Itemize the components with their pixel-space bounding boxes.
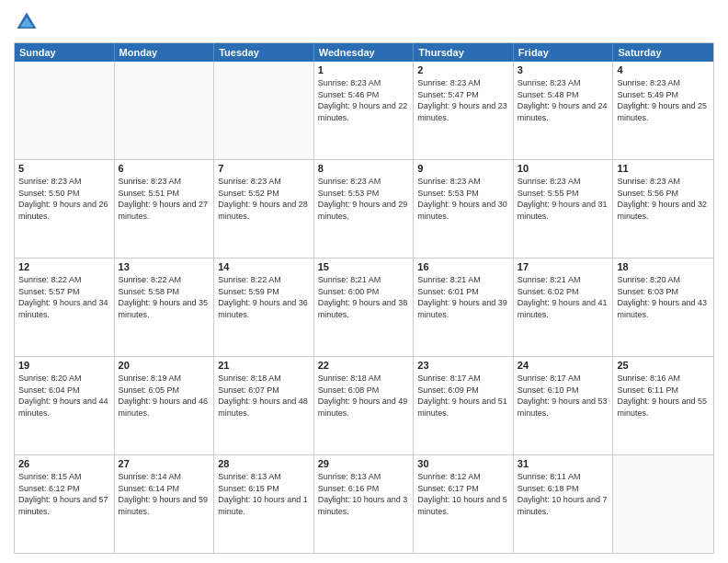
day-number: 26 bbox=[18, 458, 110, 469]
day-number: 11 bbox=[617, 163, 710, 174]
calendar-row-4: 19Sunrise: 8:20 AM Sunset: 6:04 PM Dayli… bbox=[15, 356, 713, 454]
cal-cell: 13Sunrise: 8:22 AM Sunset: 5:58 PM Dayli… bbox=[115, 259, 215, 356]
cell-info: Sunrise: 8:19 AM Sunset: 6:05 PM Dayligh… bbox=[119, 373, 210, 419]
calendar-header-row: SundayMondayTuesdayWednesdayThursdayFrid… bbox=[15, 43, 713, 62]
cell-info: Sunrise: 8:23 AM Sunset: 5:51 PM Dayligh… bbox=[119, 176, 210, 222]
cal-cell: 29Sunrise: 8:13 AM Sunset: 6:16 PM Dayli… bbox=[314, 455, 415, 553]
cell-info: Sunrise: 8:13 AM Sunset: 6:15 PM Dayligh… bbox=[218, 471, 310, 517]
header-cell-monday: Monday bbox=[115, 43, 215, 62]
cell-info: Sunrise: 8:22 AM Sunset: 5:59 PM Dayligh… bbox=[218, 274, 310, 320]
day-number: 28 bbox=[218, 458, 310, 469]
day-number: 2 bbox=[417, 64, 509, 75]
day-number: 6 bbox=[119, 163, 210, 174]
cell-info: Sunrise: 8:23 AM Sunset: 5:53 PM Dayligh… bbox=[417, 176, 509, 222]
cal-cell: 28Sunrise: 8:13 AM Sunset: 6:15 PM Dayli… bbox=[214, 455, 314, 553]
cal-cell bbox=[613, 455, 713, 553]
cell-info: Sunrise: 8:18 AM Sunset: 6:08 PM Dayligh… bbox=[318, 373, 410, 419]
cell-info: Sunrise: 8:23 AM Sunset: 5:55 PM Dayligh… bbox=[518, 176, 609, 222]
calendar-row-1: 1Sunrise: 8:23 AM Sunset: 5:46 PM Daylig… bbox=[15, 62, 713, 159]
cal-cell: 20Sunrise: 8:19 AM Sunset: 6:05 PM Dayli… bbox=[115, 357, 215, 454]
header-cell-friday: Friday bbox=[514, 43, 614, 62]
cal-cell: 22Sunrise: 8:18 AM Sunset: 6:08 PM Dayli… bbox=[314, 357, 415, 454]
day-number: 9 bbox=[417, 163, 509, 174]
cal-cell: 23Sunrise: 8:17 AM Sunset: 6:09 PM Dayli… bbox=[414, 357, 514, 454]
cal-cell: 30Sunrise: 8:12 AM Sunset: 6:17 PM Dayli… bbox=[414, 455, 514, 553]
cal-cell: 5Sunrise: 8:23 AM Sunset: 5:50 PM Daylig… bbox=[15, 160, 115, 258]
day-number: 27 bbox=[119, 458, 210, 469]
cal-cell: 10Sunrise: 8:23 AM Sunset: 5:55 PM Dayli… bbox=[514, 160, 614, 258]
cal-cell: 19Sunrise: 8:20 AM Sunset: 6:04 PM Dayli… bbox=[15, 357, 115, 454]
day-number: 12 bbox=[18, 261, 110, 272]
day-number: 16 bbox=[417, 261, 509, 272]
day-number: 24 bbox=[518, 360, 609, 371]
cal-cell bbox=[214, 62, 314, 159]
day-number: 21 bbox=[218, 360, 310, 371]
logo-icon bbox=[14, 9, 40, 35]
cell-info: Sunrise: 8:21 AM Sunset: 6:01 PM Dayligh… bbox=[417, 274, 509, 320]
cell-info: Sunrise: 8:23 AM Sunset: 5:52 PM Dayligh… bbox=[218, 176, 310, 222]
header bbox=[14, 9, 714, 35]
day-number: 3 bbox=[518, 64, 609, 75]
cell-info: Sunrise: 8:11 AM Sunset: 6:18 PM Dayligh… bbox=[518, 471, 609, 517]
cal-cell bbox=[15, 62, 115, 159]
day-number: 19 bbox=[18, 360, 110, 371]
cal-cell: 1Sunrise: 8:23 AM Sunset: 5:46 PM Daylig… bbox=[314, 62, 415, 159]
cell-info: Sunrise: 8:18 AM Sunset: 6:07 PM Dayligh… bbox=[218, 373, 310, 419]
cal-cell: 24Sunrise: 8:17 AM Sunset: 6:10 PM Dayli… bbox=[514, 357, 614, 454]
cell-info: Sunrise: 8:22 AM Sunset: 5:57 PM Dayligh… bbox=[18, 274, 110, 320]
day-number: 29 bbox=[318, 458, 410, 469]
cell-info: Sunrise: 8:23 AM Sunset: 5:49 PM Dayligh… bbox=[617, 77, 710, 123]
cell-info: Sunrise: 8:22 AM Sunset: 5:58 PM Dayligh… bbox=[119, 274, 210, 320]
cell-info: Sunrise: 8:12 AM Sunset: 6:17 PM Dayligh… bbox=[417, 471, 509, 517]
calendar: SundayMondayTuesdayWednesdayThursdayFrid… bbox=[14, 42, 714, 554]
cell-info: Sunrise: 8:20 AM Sunset: 6:03 PM Dayligh… bbox=[617, 274, 710, 320]
cell-info: Sunrise: 8:14 AM Sunset: 6:14 PM Dayligh… bbox=[119, 471, 210, 517]
day-number: 23 bbox=[417, 360, 509, 371]
day-number: 8 bbox=[318, 163, 410, 174]
cal-cell: 16Sunrise: 8:21 AM Sunset: 6:01 PM Dayli… bbox=[414, 259, 514, 356]
header-cell-tuesday: Tuesday bbox=[214, 43, 314, 62]
cal-cell: 18Sunrise: 8:20 AM Sunset: 6:03 PM Dayli… bbox=[613, 259, 713, 356]
cell-info: Sunrise: 8:16 AM Sunset: 6:11 PM Dayligh… bbox=[617, 373, 710, 419]
day-number: 17 bbox=[518, 261, 609, 272]
cal-cell: 25Sunrise: 8:16 AM Sunset: 6:11 PM Dayli… bbox=[613, 357, 713, 454]
cal-cell: 17Sunrise: 8:21 AM Sunset: 6:02 PM Dayli… bbox=[514, 259, 614, 356]
cal-cell: 31Sunrise: 8:11 AM Sunset: 6:18 PM Dayli… bbox=[514, 455, 614, 553]
cell-info: Sunrise: 8:15 AM Sunset: 6:12 PM Dayligh… bbox=[18, 471, 110, 517]
cal-cell: 12Sunrise: 8:22 AM Sunset: 5:57 PM Dayli… bbox=[15, 259, 115, 356]
calendar-body: 1Sunrise: 8:23 AM Sunset: 5:46 PM Daylig… bbox=[15, 62, 713, 553]
cell-info: Sunrise: 8:21 AM Sunset: 6:00 PM Dayligh… bbox=[318, 274, 410, 320]
cal-cell bbox=[115, 62, 215, 159]
day-number: 4 bbox=[617, 64, 710, 75]
cal-cell: 27Sunrise: 8:14 AM Sunset: 6:14 PM Dayli… bbox=[115, 455, 215, 553]
cell-info: Sunrise: 8:23 AM Sunset: 5:53 PM Dayligh… bbox=[318, 176, 410, 222]
cal-cell: 11Sunrise: 8:23 AM Sunset: 5:56 PM Dayli… bbox=[613, 160, 713, 258]
cell-info: Sunrise: 8:23 AM Sunset: 5:48 PM Dayligh… bbox=[518, 77, 609, 123]
cell-info: Sunrise: 8:23 AM Sunset: 5:47 PM Dayligh… bbox=[417, 77, 509, 123]
cal-cell: 15Sunrise: 8:21 AM Sunset: 6:00 PM Dayli… bbox=[314, 259, 415, 356]
cell-info: Sunrise: 8:20 AM Sunset: 6:04 PM Dayligh… bbox=[18, 373, 110, 419]
day-number: 20 bbox=[119, 360, 210, 371]
cal-cell: 6Sunrise: 8:23 AM Sunset: 5:51 PM Daylig… bbox=[115, 160, 215, 258]
day-number: 15 bbox=[318, 261, 410, 272]
cell-info: Sunrise: 8:23 AM Sunset: 5:50 PM Dayligh… bbox=[18, 176, 110, 222]
day-number: 5 bbox=[18, 163, 110, 174]
calendar-row-3: 12Sunrise: 8:22 AM Sunset: 5:57 PM Dayli… bbox=[15, 258, 713, 356]
day-number: 7 bbox=[218, 163, 310, 174]
day-number: 25 bbox=[617, 360, 710, 371]
cell-info: Sunrise: 8:17 AM Sunset: 6:09 PM Dayligh… bbox=[417, 373, 509, 419]
day-number: 30 bbox=[417, 458, 509, 469]
day-number: 31 bbox=[518, 458, 609, 469]
header-cell-thursday: Thursday bbox=[414, 43, 514, 62]
day-number: 1 bbox=[318, 64, 410, 75]
calendar-row-2: 5Sunrise: 8:23 AM Sunset: 5:50 PM Daylig… bbox=[15, 159, 713, 258]
header-cell-wednesday: Wednesday bbox=[314, 43, 415, 62]
cal-cell: 21Sunrise: 8:18 AM Sunset: 6:07 PM Dayli… bbox=[214, 357, 314, 454]
page: SundayMondayTuesdayWednesdayThursdayFrid… bbox=[0, 0, 728, 563]
calendar-row-5: 26Sunrise: 8:15 AM Sunset: 6:12 PM Dayli… bbox=[15, 454, 713, 553]
day-number: 14 bbox=[218, 261, 310, 272]
cell-info: Sunrise: 8:21 AM Sunset: 6:02 PM Dayligh… bbox=[518, 274, 609, 320]
cal-cell: 7Sunrise: 8:23 AM Sunset: 5:52 PM Daylig… bbox=[214, 160, 314, 258]
cal-cell: 26Sunrise: 8:15 AM Sunset: 6:12 PM Dayli… bbox=[15, 455, 115, 553]
cal-cell: 14Sunrise: 8:22 AM Sunset: 5:59 PM Dayli… bbox=[214, 259, 314, 356]
